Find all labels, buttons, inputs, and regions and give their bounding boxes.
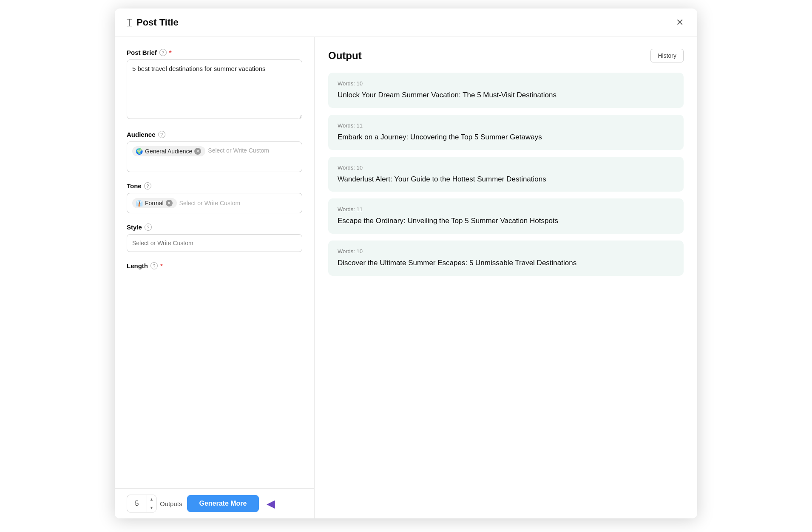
audience-tag: 🌍 General Audience ✕: [132, 146, 205, 156]
style-label: Style ?: [127, 224, 302, 231]
modal-body: Post Brief ? * 5 best travel destination…: [115, 37, 697, 518]
right-panel: Output History Words: 10 Unlock Your Dre…: [315, 37, 697, 518]
length-label-text: Length: [127, 262, 148, 269]
tone-tag-text: Formal: [145, 200, 164, 207]
audience-tag-emoji: 🌍: [136, 148, 143, 155]
arrow-indicator: ◀: [267, 497, 275, 510]
post-brief-label-text: Post Brief: [127, 49, 157, 56]
length-group: Length ? *: [127, 262, 302, 269]
post-brief-group: Post Brief ? * 5 best travel destination…: [127, 49, 302, 121]
post-brief-label: Post Brief ? *: [127, 49, 302, 56]
modal-header: ⌶ Post Title ✕: [115, 8, 697, 37]
style-input[interactable]: [127, 234, 302, 252]
audience-label-text: Audience: [127, 131, 156, 138]
modal-container: ⌶ Post Title ✕ Post Brief ? * 5 best tra…: [115, 8, 697, 518]
tone-help-icon[interactable]: ?: [144, 182, 151, 190]
tone-placeholder: Select or Write Custom: [179, 199, 241, 207]
audience-tag-remove[interactable]: ✕: [194, 148, 201, 155]
tone-label-text: Tone: [127, 182, 142, 190]
audience-label: Audience ?: [127, 131, 302, 138]
left-panel: Post Brief ? * 5 best travel destination…: [115, 37, 315, 518]
output-card: Words: 10 Unlock Your Dream Summer Vacat…: [328, 73, 684, 108]
tone-tag-emoji: 👔: [136, 200, 143, 207]
tone-group: Tone ? 👔 Formal ✕ Select or Write Custom: [127, 182, 302, 213]
post-brief-textarea[interactable]: 5 best travel destinations for summer va…: [127, 59, 302, 119]
audience-placeholder: Select or Write Custom: [208, 146, 269, 156]
stepper-up[interactable]: ▲: [147, 495, 156, 504]
output-card-text: Unlock Your Dream Summer Vacation: The 5…: [338, 90, 674, 100]
tone-tag: 👔 Formal ✕: [132, 198, 177, 208]
style-group: Style ?: [127, 224, 302, 252]
post-brief-required: *: [169, 49, 172, 56]
output-card-text: Embark on a Journey: Uncovering the Top …: [338, 132, 674, 142]
tone-input-box[interactable]: 👔 Formal ✕ Select or Write Custom: [127, 193, 302, 213]
modal-title: Post Title: [136, 17, 670, 28]
title-icon: ⌶: [127, 17, 132, 28]
output-card-words: Words: 11: [338, 122, 674, 129]
output-card-words: Words: 10: [338, 248, 674, 255]
stepper-down[interactable]: ▼: [147, 504, 156, 512]
output-card-words: Words: 10: [338, 164, 674, 171]
output-card-words: Words: 11: [338, 206, 674, 212]
tone-label: Tone ?: [127, 182, 302, 190]
post-brief-help-icon[interactable]: ?: [159, 49, 167, 56]
length-required: *: [160, 262, 163, 269]
generate-more-button[interactable]: Generate More: [187, 495, 258, 512]
style-label-text: Style: [127, 224, 142, 231]
output-card-words: Words: 10: [338, 80, 674, 87]
output-card: Words: 10 Discover the Ultimate Summer E…: [328, 241, 684, 276]
output-card-text: Escape the Ordinary: Unveiling the Top 5…: [338, 216, 674, 226]
output-card: Words: 10 Wanderlust Alert: Your Guide t…: [328, 157, 684, 192]
tone-tag-remove[interactable]: ✕: [166, 200, 173, 207]
output-card: Words: 11 Escape the Ordinary: Unveiling…: [328, 198, 684, 234]
output-header: Output History: [328, 49, 684, 62]
style-help-icon[interactable]: ?: [145, 224, 152, 231]
outputs-counter: 5 ▲ ▼ Outputs: [127, 495, 182, 512]
bottom-bar: 5 ▲ ▼ Outputs Generate More ◀: [115, 488, 314, 518]
audience-help-icon[interactable]: ?: [158, 131, 165, 138]
close-button[interactable]: ✕: [674, 16, 685, 29]
output-card: Words: 11 Embark on a Journey: Uncoverin…: [328, 115, 684, 150]
outputs-value: 5: [127, 500, 147, 507]
audience-tag-text: General Audience: [145, 148, 192, 155]
output-title: Output: [328, 50, 362, 62]
audience-input-box[interactable]: 🌍 General Audience ✕ Select or Write Cus…: [127, 141, 302, 172]
outputs-label: Outputs: [160, 500, 182, 507]
audience-group: Audience ? 🌍 General Audience ✕ Select o…: [127, 131, 302, 172]
length-help-icon[interactable]: ?: [150, 262, 158, 269]
length-label: Length ? *: [127, 262, 302, 269]
output-card-text: Discover the Ultimate Summer Escapes: 5 …: [338, 258, 674, 268]
output-card-text: Wanderlust Alert: Your Guide to the Hott…: [338, 174, 674, 184]
history-button[interactable]: History: [650, 49, 684, 62]
output-cards-container: Words: 10 Unlock Your Dream Summer Vacat…: [328, 73, 684, 276]
outputs-stepper[interactable]: 5 ▲ ▼: [127, 495, 156, 512]
stepper-arrows: ▲ ▼: [147, 495, 156, 512]
